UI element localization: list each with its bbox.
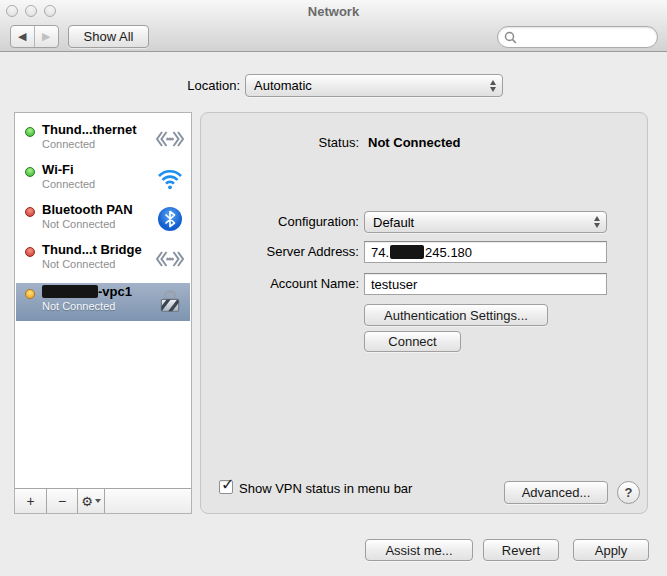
remove-service-button[interactable]: − (47, 489, 78, 513)
location-value: Automatic (254, 78, 312, 93)
service-actions-menu-button[interactable]: ⚙ (78, 489, 105, 513)
assist-me-label: Assist me... (385, 543, 452, 558)
server-address-label: Server Address: (201, 244, 359, 259)
authentication-settings-label: Authentication Settings... (384, 308, 528, 323)
revert-label: Revert (502, 543, 540, 558)
location-popup[interactable]: Automatic (245, 74, 503, 97)
search-input[interactable] (517, 30, 637, 44)
redaction-box (42, 285, 98, 298)
search-field[interactable] (497, 26, 658, 48)
status-dot-red (25, 247, 35, 257)
vpn-lock-icon (155, 286, 185, 316)
status-label: Status: (201, 135, 359, 150)
account-name-value: testuser (371, 277, 417, 292)
sidebar-item-thunderbolt-ethernet[interactable]: Thund...thernet Connected (16, 121, 190, 159)
service-name: -vpc1 (42, 284, 132, 299)
configuration-popup[interactable]: Default (364, 211, 607, 233)
back-icon: ◀ (18, 30, 26, 43)
show-vpn-status-checkbox[interactable]: ✓ (219, 480, 233, 494)
redaction-box (390, 245, 424, 259)
account-name-input[interactable]: testuser (364, 273, 607, 295)
history-nav: ◀ ▶ (10, 25, 59, 48)
network-services-list: Thund...thernet Connected Wi-Fi Connecte… (14, 112, 192, 514)
search-icon (504, 31, 517, 44)
authentication-settings-button[interactable]: Authentication Settings... (364, 304, 548, 326)
popup-stepper-icon (490, 75, 496, 96)
show-all-button[interactable]: Show All (68, 25, 149, 48)
help-button[interactable]: ? (617, 481, 640, 504)
chevron-down-icon (95, 499, 101, 503)
apply-label: Apply (595, 543, 628, 558)
service-name: Wi-Fi (42, 162, 74, 177)
forward-icon: ▶ (42, 30, 50, 43)
apply-button[interactable]: Apply (573, 539, 649, 561)
sidebar-item-thunderbolt-bridge[interactable]: Thund...t Bridge Not Connected (16, 241, 190, 279)
status-dot-green (25, 127, 35, 137)
assist-me-button[interactable]: Assist me... (365, 539, 473, 561)
advanced-label: Advanced... (522, 485, 591, 500)
thunderbolt-icon (155, 124, 185, 154)
add-service-button[interactable]: + (15, 489, 47, 513)
server-address-input[interactable]: 74.245.180 (364, 241, 607, 263)
sidebar-action-bar: + − ⚙ (15, 488, 191, 513)
status-dot-red (25, 207, 35, 217)
service-status: Connected (42, 138, 95, 150)
status-dot-green (25, 167, 35, 177)
sidebar-item-bluetooth-pan[interactable]: Bluetooth PAN Not Connected (16, 201, 190, 239)
show-all-label: Show All (84, 29, 134, 44)
thunderbolt-icon (155, 244, 185, 274)
help-icon: ? (625, 485, 633, 500)
server-address-prefix: 74. (371, 245, 389, 260)
gear-icon: ⚙ (81, 494, 93, 509)
advanced-button[interactable]: Advanced... (504, 481, 608, 504)
wifi-icon (155, 164, 185, 194)
service-name: Bluetooth PAN (42, 202, 133, 217)
account-name-label: Account Name: (201, 276, 359, 291)
checkmark-icon: ✓ (221, 475, 234, 494)
connect-label: Connect (388, 334, 436, 349)
server-address-suffix: 245.180 (425, 245, 472, 260)
bluetooth-icon (155, 204, 185, 234)
back-button[interactable]: ◀ (11, 26, 35, 47)
configuration-value: Default (373, 215, 414, 230)
forward-button[interactable]: ▶ (35, 26, 59, 47)
service-name: Thund...thernet (42, 122, 137, 137)
sidebar-item-wifi[interactable]: Wi-Fi Connected (16, 161, 190, 199)
revert-button[interactable]: Revert (483, 539, 559, 561)
sidebar-item-vpn[interactable]: -vpc1 Not Connected (16, 283, 190, 321)
vpn-detail-panel: Status: Not Connected Configuration: Def… (200, 112, 648, 514)
service-status: Not Connected (42, 258, 115, 270)
connect-button[interactable]: Connect (364, 331, 461, 352)
location-label: Location: (110, 78, 240, 93)
status-value: Not Connected (368, 135, 460, 150)
service-name: Thund...t Bridge (42, 242, 142, 257)
service-status: Connected (42, 178, 95, 190)
show-vpn-status-label: Show VPN status in menu bar (239, 481, 412, 496)
show-vpn-status-checkbox-row: ✓ Show VPN status in menu bar (219, 480, 412, 496)
popup-stepper-icon (594, 212, 600, 232)
titlebar: Network ◀ ▶ Show All (0, 0, 667, 52)
service-status: Not Connected (42, 300, 115, 312)
service-status: Not Connected (42, 218, 115, 230)
configuration-label: Configuration: (201, 214, 359, 229)
status-dot-orange (25, 289, 35, 299)
window-title: Network (0, 4, 667, 19)
